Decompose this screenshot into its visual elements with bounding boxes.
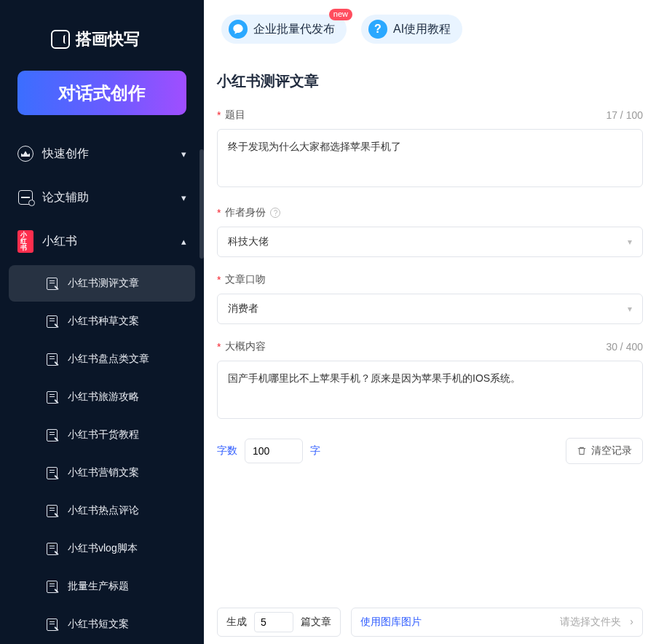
sidebar-item-short-copy[interactable]: 小红书短文案: [9, 606, 195, 643]
bottom-bar: 生成 篇文章 使用图库图片 请选择文件夹 ›: [204, 608, 656, 644]
brand-text: 搭画快写: [76, 28, 140, 50]
generate-suffix: 篇文章: [301, 616, 331, 629]
sidebar-item-label: 小红书干货教程: [68, 428, 139, 441]
wordcount-input[interactable]: [245, 439, 303, 463]
doc-edit-icon: [47, 467, 58, 479]
page-title: 小红书测评文章: [217, 71, 643, 91]
field-label: 题目: [225, 109, 245, 122]
ai-tutorial-pill[interactable]: ? AI使用教程: [361, 15, 462, 44]
generate-count-box: 生成 篇文章: [217, 608, 341, 637]
doc-edit-icon: [47, 391, 58, 404]
sidebar-item-tutorial[interactable]: 小红书干货教程: [9, 417, 195, 453]
nav-group-paper-assist[interactable]: 论文辅助 ▾: [0, 178, 204, 217]
pill-label: 企业批量代发布: [253, 22, 335, 37]
chat-bubble-icon: [229, 20, 248, 39]
doc-edit-icon: [47, 543, 58, 555]
brand-icon: [51, 30, 70, 49]
doc-edit-icon: [47, 505, 58, 517]
field-label-row: * 作者身份 ?: [217, 206, 643, 219]
sidebar-item-review-article[interactable]: 小红书测评文章: [9, 265, 195, 302]
sidebar-item-label: 小红书营销文案: [68, 466, 139, 479]
sidebar-item-hot-comments[interactable]: 小红书热点评论: [9, 492, 195, 529]
nav-group-label: 论文辅助: [42, 190, 89, 205]
question-icon: ?: [368, 20, 387, 39]
field-tone: * 文章口吻 消费者 ▾: [217, 273, 643, 324]
xhs-badge-text: 小红书: [17, 230, 33, 253]
field-topic: * 题目 17 / 100: [217, 109, 643, 190]
sidebar-nav: 快速创作 ▾ 论文辅助 ▾ 小红书 小红书 ▴ 小红书测评文章 小红书种草文案: [0, 130, 204, 644]
required-star: *: [217, 274, 221, 286]
chevron-down-icon: ▾: [628, 304, 632, 314]
nav-group-label: 快速创作: [42, 146, 89, 162]
clear-history-button[interactable]: 清空记录: [566, 438, 643, 464]
chevron-up-icon: ▴: [181, 236, 186, 247]
sidebar-item-label: 小红书种草文案: [68, 315, 139, 328]
xhs-badge-icon: 小红书: [17, 233, 33, 249]
summary-textarea[interactable]: [217, 361, 643, 419]
nav-group-xiaohongshu[interactable]: 小红书 小红书 ▴: [0, 221, 204, 261]
brand-logo: 搭画快写: [0, 0, 204, 58]
row-actions: 字数 字 清空记录: [217, 438, 643, 464]
sidebar-item-label: 批量生产标题: [68, 580, 129, 593]
field-label: 作者身份: [225, 206, 266, 219]
clear-label: 清空记录: [591, 444, 632, 458]
field-label: 大概内容: [225, 340, 266, 353]
cta-label: 对话式创作: [58, 82, 146, 105]
char-counter: 17 / 100: [606, 109, 643, 121]
xhs-sublist: 小红书测评文章 小红书种草文案 小红书盘点类文章 小红书旅游攻略 小红书干货教程…: [0, 261, 204, 643]
doc-edit-icon: [47, 353, 58, 366]
crown-icon: [17, 146, 33, 162]
generate-prefix: 生成: [226, 616, 247, 629]
sidebar-item-batch-titles[interactable]: 批量生产标题: [9, 568, 195, 605]
chevron-right-icon: ›: [630, 616, 633, 627]
select-value: 科技大佬: [228, 235, 269, 248]
image-folder-select[interactable]: 使用图库图片 请选择文件夹 ›: [351, 608, 643, 637]
enterprise-publish-pill[interactable]: 企业批量代发布 new: [221, 15, 347, 44]
doc-edit-icon: [47, 429, 58, 441]
sidebar-item-seeding-copy[interactable]: 小红书种草文案: [9, 303, 195, 339]
topbar: 企业批量代发布 new ? AI使用教程: [204, 0, 656, 58]
box-icon: [17, 189, 33, 205]
select-value: 消费者: [228, 302, 258, 315]
required-star: *: [217, 341, 221, 353]
field-label-row: * 大概内容 30 / 400: [217, 340, 643, 353]
author-select[interactable]: 科技大佬 ▾: [217, 227, 643, 257]
chevron-down-icon: ▾: [628, 237, 632, 247]
topic-textarea[interactable]: [217, 129, 643, 187]
sidebar: 搭画快写 对话式创作 快速创作 ▾ 论文辅助 ▾ 小红书 小红书 ▴ 小红书测评…: [0, 0, 204, 644]
folder-label: 使用图库图片: [360, 616, 422, 629]
nav-group-quick-create[interactable]: 快速创作 ▾: [0, 134, 204, 173]
sidebar-item-travel-guide[interactable]: 小红书旅游攻略: [9, 379, 195, 415]
sidebar-item-label: 小红书热点评论: [68, 504, 139, 517]
sidebar-item-roundup-article[interactable]: 小红书盘点类文章: [9, 341, 195, 377]
help-icon[interactable]: ?: [270, 208, 280, 218]
new-badge: new: [329, 9, 352, 20]
main: 企业批量代发布 new ? AI使用教程 小红书测评文章 * 题目 17 / 1…: [204, 0, 656, 644]
conversational-create-button[interactable]: 对话式创作: [17, 71, 186, 115]
field-author: * 作者身份 ? 科技大佬 ▾: [217, 206, 643, 257]
doc-edit-icon: [47, 581, 58, 593]
sidebar-item-label: 小红书测评文章: [68, 277, 139, 290]
wordcount-suffix: 字: [310, 444, 320, 458]
tone-select[interactable]: 消费者 ▾: [217, 294, 643, 324]
doc-edit-icon: [47, 619, 58, 631]
required-star: *: [217, 109, 221, 121]
nav-group-label: 小红书: [42, 234, 77, 249]
chevron-down-icon: ▾: [181, 192, 186, 203]
sidebar-item-vlog-script[interactable]: 小红书vlog脚本: [9, 530, 195, 567]
folder-placeholder: 请选择文件夹: [560, 616, 621, 627]
generate-count-input[interactable]: [254, 612, 293, 632]
sidebar-item-marketing-copy[interactable]: 小红书营销文案: [9, 455, 195, 491]
sidebar-item-label: 小红书vlog脚本: [68, 542, 138, 555]
field-label-row: * 题目 17 / 100: [217, 109, 643, 122]
doc-edit-icon: [47, 278, 58, 290]
doc-edit-icon: [47, 315, 58, 328]
sidebar-item-label: 小红书旅游攻略: [68, 390, 139, 404]
chevron-down-icon: ▾: [181, 149, 186, 160]
pill-label: AI使用教程: [393, 22, 451, 37]
wordcount-label: 字数: [217, 444, 237, 458]
sidebar-item-label: 小红书短文案: [68, 618, 129, 631]
form-content: 小红书测评文章 * 题目 17 / 100 * 作者身份 ? 科技大佬 ▾: [204, 58, 656, 608]
field-label-row: * 文章口吻: [217, 273, 643, 286]
sidebar-item-label: 小红书盘点类文章: [68, 353, 149, 366]
